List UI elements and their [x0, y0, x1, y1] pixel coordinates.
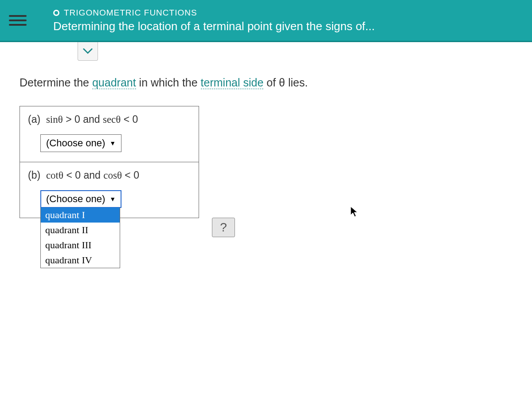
dropdown-option-quadrant-iv[interactable]: quadrant IV	[41, 253, 120, 268]
part-b-dropdown-list: quadrant I quadrant II quadrant III quad…	[40, 207, 120, 268]
part-b-dropdown-label: (Choose one)	[46, 193, 105, 205]
help-button[interactable]: ?	[212, 218, 235, 237]
category-text: TRIGONOMETRIC FUNCTIONS	[64, 8, 197, 18]
dropdown-option-quadrant-i[interactable]: quadrant I	[41, 207, 120, 223]
triangle-down-icon: ▼	[110, 140, 116, 147]
link-terminal-side[interactable]: terminal side	[201, 76, 264, 89]
help-icon: ?	[220, 220, 227, 235]
expand-button[interactable]	[78, 42, 98, 61]
part-a-dropdown-label: (Choose one)	[46, 137, 105, 149]
part-b-label: (b) cotθ < 0 and cosθ < 0	[28, 169, 191, 181]
category-dot-icon	[53, 10, 59, 16]
part-a-label: (a) sinθ > 0 and secθ < 0	[28, 113, 191, 125]
part-b-dropdown[interactable]: (Choose one) ▼	[40, 190, 121, 208]
part-b: (b) cotθ < 0 and cosθ < 0 (Choose one) ▼…	[20, 162, 199, 218]
problem-box: (a) sinθ > 0 and secθ < 0 (Choose one) ▼…	[20, 106, 199, 218]
triangle-down-icon: ▼	[110, 196, 116, 203]
link-quadrant[interactable]: quadrant	[92, 76, 136, 89]
chevron-down-icon	[83, 48, 93, 55]
dropdown-option-quadrant-iii[interactable]: quadrant III	[41, 238, 120, 253]
dropdown-option-quadrant-ii[interactable]: quadrant II	[41, 223, 120, 238]
mouse-cursor-icon	[350, 206, 358, 219]
header-bar: TRIGONOMETRIC FUNCTIONS Determining the …	[0, 0, 532, 42]
part-a: (a) sinθ > 0 and secθ < 0 (Choose one) ▼	[20, 106, 199, 162]
content-area: Determine the quadrant in which the term…	[0, 42, 532, 399]
part-a-dropdown[interactable]: (Choose one) ▼	[40, 134, 121, 152]
page-title: Determining the location of a terminal p…	[53, 20, 523, 33]
title-area: TRIGONOMETRIC FUNCTIONS Determining the …	[53, 8, 523, 33]
hamburger-icon[interactable]	[9, 12, 27, 29]
question-text: Determine the quadrant in which the term…	[20, 76, 532, 89]
category-label: TRIGONOMETRIC FUNCTIONS	[53, 8, 523, 18]
